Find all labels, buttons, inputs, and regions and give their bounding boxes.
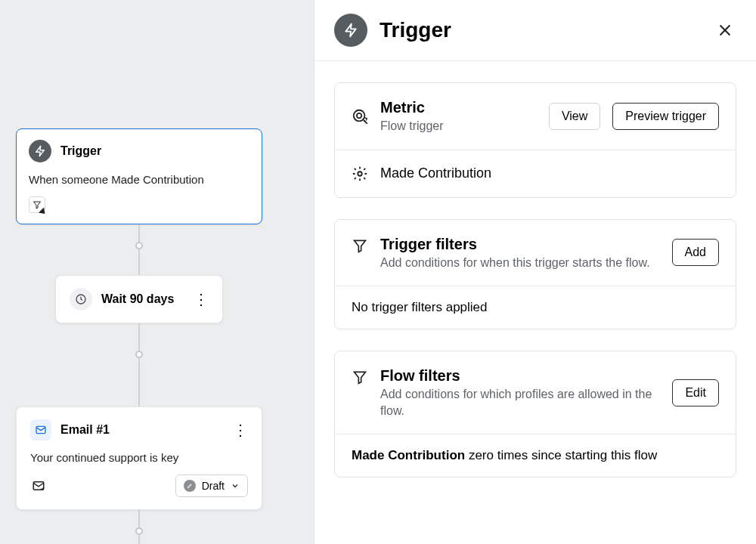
flow-canvas[interactable]: Trigger When someone Made Contribution W…: [0, 0, 314, 544]
email-node-menu[interactable]: ⋮: [233, 422, 248, 437]
clock-icon: [70, 288, 92, 311]
add-trigger-filter-button[interactable]: Add: [672, 239, 719, 266]
metric-sub: Flow trigger: [380, 118, 537, 134]
svg-marker-9: [355, 240, 366, 252]
view-button[interactable]: View: [549, 103, 600, 130]
status-dropdown[interactable]: Draft: [175, 474, 248, 497]
flow-filters-sub: Add conditions for which profiles are al…: [380, 386, 660, 419]
email-node[interactable]: Email #1 ⋮ Your continued support is key…: [16, 406, 262, 510]
add-step-handle[interactable]: [135, 351, 143, 358]
metric-heading: Metric: [380, 98, 537, 116]
filter-icon: [352, 238, 368, 253]
email-node-desc: Your continued support is key: [30, 451, 248, 464]
panel-body[interactable]: Metric Flow trigger View Preview trigger…: [314, 61, 756, 544]
add-step-handle[interactable]: [135, 527, 143, 535]
wait-node[interactable]: Wait 90 days ⋮: [55, 275, 223, 323]
flow-filters-section: Flow filters Add conditions for which pr…: [334, 351, 736, 478]
trigger-node-title: Trigger: [60, 144, 101, 158]
email-node-title: Email #1: [60, 423, 110, 437]
preview-trigger-button[interactable]: Preview trigger: [612, 103, 719, 130]
flow-filters-heading: Flow filters: [380, 366, 660, 385]
panel-header: Trigger: [314, 0, 756, 61]
panel-title: Trigger: [380, 18, 451, 42]
bolt-icon: [29, 140, 51, 162]
trigger-filters-sub: Add conditions for when this trigger sta…: [380, 255, 660, 271]
delivery-icon: [30, 478, 47, 494]
metric-section: Metric Flow trigger View Preview trigger…: [334, 82, 736, 198]
bolt-icon: [334, 14, 367, 47]
status-label: Draft: [202, 480, 225, 492]
trigger-filters-section: Trigger filters Add conditions for when …: [334, 219, 736, 330]
svg-marker-0: [34, 202, 41, 209]
wait-node-label: Wait 90 days: [101, 292, 174, 306]
connector-line: [138, 317, 140, 408]
flow-filter-rule: Made Contribution zero times since start…: [335, 434, 736, 477]
mail-icon: [30, 419, 51, 440]
svg-point-7: [357, 113, 361, 118]
metric-value: Made Contribution: [380, 165, 491, 181]
wait-node-menu[interactable]: ⋮: [194, 292, 209, 307]
draft-dot-icon: [184, 480, 196, 492]
chevron-down-icon: [231, 481, 240, 490]
filter-icon: [352, 369, 368, 385]
trigger-filters-heading: Trigger filters: [380, 235, 660, 253]
trigger-filter-badge[interactable]: [29, 196, 45, 213]
flow-filter-rule-rest: zero times since starting this flow: [465, 448, 657, 462]
flow-filter-rule-bold: Made Contribution: [352, 448, 465, 462]
trigger-filters-empty: No trigger filters applied: [335, 286, 736, 329]
svg-point-6: [354, 110, 365, 122]
edit-flow-filter-button[interactable]: Edit: [672, 379, 719, 406]
svg-marker-10: [355, 372, 366, 384]
trigger-node-desc: When someone Made Contribution: [29, 173, 249, 186]
trigger-node[interactable]: Trigger When someone Made Contribution: [16, 128, 262, 224]
close-button[interactable]: [714, 19, 736, 42]
gear-icon: [352, 165, 368, 182]
target-icon: [352, 108, 368, 125]
svg-point-8: [358, 172, 362, 176]
trigger-detail-panel: Trigger Metric Flow trigger View Preview…: [314, 0, 756, 544]
add-step-handle[interactable]: [135, 242, 143, 249]
